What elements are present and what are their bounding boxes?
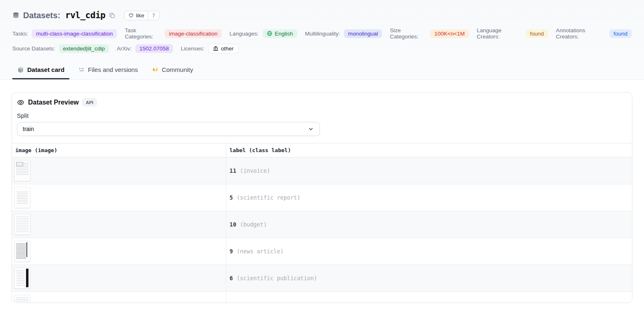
tag-group-label: Licenses: [181,45,204,52]
label-value: 11 [230,167,236,174]
tag-pill-arxiv[interactable]: 1502.07058 [135,44,173,53]
document-thumbnail [14,214,30,235]
document-thumbnail [14,241,30,262]
table-row: 10 (budget) [12,211,632,238]
tag-pill-label: other [221,45,234,52]
copy-icon[interactable] [109,12,115,19]
dataset-name: rvl_cdip [65,10,105,20]
tag-pill-size-categories[interactable]: 100K<n<1M [430,29,469,38]
split-label: Split [17,112,627,119]
image-cell [12,184,226,211]
tag-group-label: Tasks: [12,31,28,37]
label-cell: 9 (news article) [226,238,632,265]
tag-pill-tasks[interactable]: multi-class-image-classification [32,29,117,38]
preview-table: image (image) label (class label) 11 (in… [12,143,632,303]
tab-label: Community [162,66,193,73]
table-row: 5 (scientific report) [12,184,632,211]
like-label: like [136,12,144,19]
tab-label: Files and versions [88,66,138,73]
tag-group-languages: Languages: English [230,29,297,38]
tag-group-label: ArXiv: [117,45,132,52]
label-name: (news article) [237,248,284,255]
tab-community[interactable]: Community [147,62,198,79]
tab-bar: Dataset card Files and versions Communit… [12,62,632,79]
document-thumbnail [14,295,30,303]
tag-group-language-creators: Language Creators: found [477,27,548,40]
like-button[interactable]: like [125,11,148,20]
tag-rows: Tasks: multi-class-image-classification … [12,27,632,53]
tab-dataset-card[interactable]: Dataset card [12,62,69,79]
label-name: (scientific report) [237,194,300,201]
tag-pill-licenses[interactable]: other [208,44,239,53]
document-thumbnail [14,160,30,181]
tag-pill-multilinguality[interactable]: monolingual [344,29,382,38]
table-header-row: image (image) label (class label) [12,143,632,157]
chevron-down-icon [308,126,314,132]
page-header: Datasets: rvl_cdip like 7 Tasks: multi-c… [0,0,644,80]
tab-label: Dataset card [27,66,64,73]
tag-group-multilinguality: Multilinguality: monolingual [305,29,382,38]
document-thumbnail [14,268,30,288]
tag-group-label: Size Categories: [390,27,426,40]
tag-group-task-categories: Task Categories: image-classification [125,27,222,40]
tag-row-2: Source Datasets: extended|iit_cdip ArXiv… [12,44,632,53]
label-cell: 11 (invoice) [226,157,632,184]
cube-icon [17,67,24,73]
image-cell [12,292,226,303]
document-thumbnail [14,187,30,208]
like-widget: like 7 [124,11,159,20]
tag-pill-label: English [275,31,293,37]
files-versions-icon [78,67,85,73]
preview-title: Dataset Preview [28,99,79,106]
label-cell [226,292,632,303]
tag-group-label: Task Categories: [125,27,161,40]
bank-icon [213,46,218,51]
image-cell [12,211,226,238]
api-badge[interactable]: API [83,98,97,106]
main-content: Dataset Preview API Split train image (i… [0,80,644,303]
label-cell: 5 (scientific report) [226,184,632,211]
tag-pill-annotations-creators[interactable]: found [609,29,632,38]
globe-icon [267,31,272,36]
tag-pill-language-creators[interactable]: found [526,29,548,38]
eye-icon [17,99,24,106]
label-value: 10 [230,221,236,228]
label-value: 5 [230,194,233,201]
tag-group-licenses: Licenses: other [181,44,239,53]
tag-group-tasks: Tasks: multi-class-image-classification [12,29,117,38]
tab-files-and-versions[interactable]: Files and versions [73,62,143,79]
label-name: (invoice) [240,167,270,174]
dataset-preview-card: Dataset Preview API Split train image (i… [12,92,632,303]
preview-header: Dataset Preview API Split train [12,93,632,136]
image-cell [12,238,226,265]
image-cell [12,265,226,291]
tag-group-label: Multilinguality: [305,31,340,37]
tag-group-annotations-creators: Annotations Creators: found [556,27,632,40]
tag-group-label: Source Datasets: [12,45,55,52]
label-cell: 10 (budget) [226,211,632,238]
tag-group-label: Annotations Creators: [556,27,606,40]
like-count[interactable]: 7 [148,11,159,20]
split-select[interactable]: train [17,122,320,136]
table-row: 6 (scientific publication) [12,265,632,292]
table-row [12,292,632,303]
tag-pill-source-datasets[interactable]: extended|iit_cdip [59,44,109,53]
title-row: Datasets: rvl_cdip like 7 [12,10,632,20]
tag-pill-task-categories[interactable]: image-classification [165,29,222,38]
tag-group-label: Language Creators: [477,27,522,40]
tag-group-label: Languages: [230,31,259,37]
image-cell [12,157,226,184]
label-value: 6 [230,275,233,281]
tag-group-arxiv: ArXiv: 1502.07058 [117,44,173,53]
table-row: 11 (invoice) [12,157,632,184]
column-header-label: label (class label) [226,143,632,157]
heart-icon [128,13,134,18]
tag-row-1: Tasks: multi-class-image-classification … [12,27,632,40]
tag-pill-languages[interactable]: English [263,29,297,38]
section-label: Datasets: [23,11,60,20]
database-icon [12,12,19,19]
tag-group-size-categories: Size Categories: 100K<n<1M [390,27,469,40]
label-name: (scientific publication) [237,275,317,281]
tag-group-source-datasets: Source Datasets: extended|iit_cdip [12,44,109,53]
label-cell: 6 (scientific publication) [226,265,632,291]
